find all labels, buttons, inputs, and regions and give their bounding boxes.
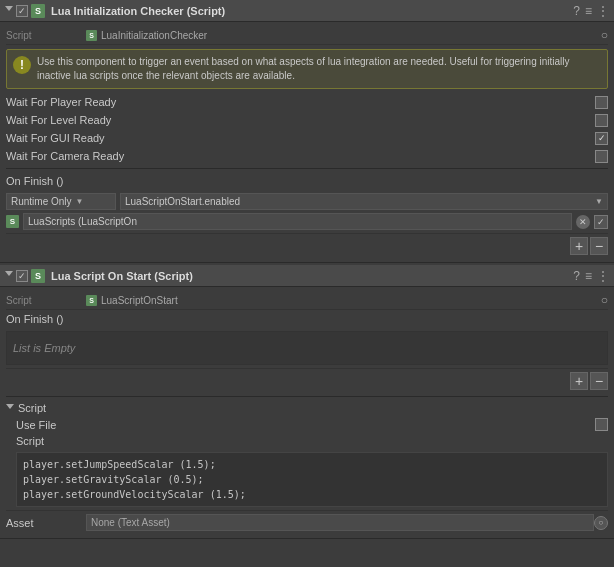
panel1-alert-icon: ! — [13, 56, 31, 74]
panel2-use-file-row: Use File — [6, 416, 608, 433]
panel2-list-container: List is Empty — [6, 331, 608, 365]
panel2-code-box[interactable]: player.setJumpSpeedScalar (1.5); player.… — [16, 452, 608, 507]
panel2-script-value: S LuaScriptOnStart — [86, 295, 178, 306]
panel1-event-value: LuaScriptOnStart.enabled — [125, 196, 240, 207]
panel2-asset-label: Asset — [6, 517, 86, 529]
panel1-title: Lua Initialization Checker (Script) — [51, 5, 573, 17]
panel1-header-icons: S — [5, 4, 45, 18]
panel1-collapse-icon[interactable] — [5, 6, 13, 15]
panel2-script-icon: S — [31, 269, 45, 283]
panel1-script-value: S LuaInitializationChecker — [86, 30, 207, 41]
panel1-enable-checkbox[interactable] — [16, 5, 28, 17]
panel2-script-name: LuaScriptOnStart — [101, 295, 178, 306]
panel1-object-name[interactable]: LuaScripts (LuaScriptOn — [23, 213, 572, 230]
panel2-script-inner-section: Script — [6, 433, 608, 449]
panel1-circle-btn[interactable]: ○ — [601, 28, 608, 42]
panel2-question-icon[interactable]: ? — [573, 269, 580, 283]
panel2-circle-btn[interactable]: ○ — [601, 293, 608, 307]
panel1-select-row: Runtime Only ▼ LuaScriptOnStart.enabled … — [6, 193, 608, 210]
panel1-script-label: Script — [6, 30, 86, 41]
panel1-checkbox-level: Wait For Level Ready — [6, 111, 608, 129]
panel1-add-btn[interactable]: + — [570, 237, 588, 255]
panel2-list-empty: List is Empty — [13, 338, 601, 358]
panel1-runtime-arrow: ▼ — [76, 197, 84, 206]
panel1-checkbox-player-tick[interactable] — [595, 96, 608, 109]
panel2-use-file-checkbox[interactable] — [595, 418, 608, 431]
panel1-checkbox-level-label: Wait For Level Ready — [6, 114, 595, 126]
panel1-script-name: LuaInitializationChecker — [101, 30, 207, 41]
panel1-checkbox-camera-label: Wait For Camera Ready — [6, 150, 595, 162]
panel1-alert-text: Use this component to trigger an event b… — [37, 55, 601, 83]
panel1-header-right: ? ≡ ⋮ — [573, 4, 609, 18]
panel1-checkbox-gui-label: Wait For GUI Ready — [6, 132, 595, 144]
panel2-title: Lua Script On Start (Script) — [51, 270, 573, 282]
panel1-checkbox-camera: Wait For Camera Ready — [6, 147, 608, 165]
panel2-code-text: player.setJumpSpeedScalar (1.5); player.… — [23, 457, 601, 502]
panel1-add-remove-row: + − — [6, 233, 608, 258]
panel2-add-btn[interactable]: + — [570, 372, 588, 390]
panel1-checkbox-level-tick[interactable] — [595, 114, 608, 127]
panel2-use-file-label: Use File — [16, 419, 595, 431]
panel1-checkbox-camera-tick[interactable] — [595, 150, 608, 163]
panel2-divider1 — [6, 396, 608, 397]
panel1-checkbox-gui-tick[interactable] — [595, 132, 608, 145]
panel1-script-row: Script S LuaInitializationChecker ○ — [6, 26, 608, 45]
panel1-object-icon: S — [6, 215, 19, 228]
panel1-object-remove-btn[interactable]: ✕ — [576, 215, 590, 229]
panel1-checkbox-player-label: Wait For Player Ready — [6, 96, 595, 108]
panel2-header-right: ? ≡ ⋮ — [573, 269, 609, 283]
panel2-asset-row: Asset None (Text Asset) ○ — [6, 510, 608, 534]
panel1-runtime-select[interactable]: Runtime Only ▼ — [6, 193, 116, 210]
panel1-remove-btn[interactable]: − — [590, 237, 608, 255]
panel1-object-row: S LuaScripts (LuaScriptOn ✕ ✓ — [6, 213, 608, 230]
panel2-header-icons: S — [5, 269, 45, 283]
panel1-checkbox-player: Wait For Player Ready — [6, 93, 608, 111]
panel1-script-value-icon: S — [86, 30, 97, 41]
panel2-content: Script S LuaScriptOnStart ○ On Finish ()… — [0, 287, 614, 538]
panel1-dots-icon[interactable]: ⋮ — [597, 4, 609, 18]
panel1-alert-box: ! Use this component to trigger an event… — [6, 49, 608, 89]
panel2-header: S Lua Script On Start (Script) ? ≡ ⋮ — [0, 265, 614, 287]
panel1-content: Script S LuaInitializationChecker ○ ! Us… — [0, 22, 614, 262]
panel2-on-finish-label: On Finish () — [6, 310, 608, 328]
panel2-script-section-collapse[interactable] — [6, 404, 14, 413]
panel2-script-label: Script — [6, 295, 86, 306]
lua-script-onstart-panel: S Lua Script On Start (Script) ? ≡ ⋮ Scr… — [0, 265, 614, 539]
lua-init-checker-panel: S Lua Initialization Checker (Script) ? … — [0, 0, 614, 263]
panel2-enable-checkbox[interactable] — [16, 270, 28, 282]
panel2-dots-icon[interactable]: ⋮ — [597, 269, 609, 283]
panel2-script-inner-label: Script — [16, 435, 44, 447]
panel1-lines-icon[interactable]: ≡ — [585, 4, 592, 18]
panel1-divider1 — [6, 168, 608, 169]
panel2-script-row: Script S LuaScriptOnStart ○ — [6, 291, 608, 310]
panel1-script-icon: S — [31, 4, 45, 18]
panel2-script-section-label: Script — [18, 402, 46, 414]
panel2-collapse-icon[interactable] — [5, 271, 13, 280]
panel1-checkbox-gui: Wait For GUI Ready — [6, 129, 608, 147]
panel2-asset-circle-btn[interactable]: ○ — [594, 516, 608, 530]
panel2-remove-btn[interactable]: − — [590, 372, 608, 390]
panel1-event-arrow: ▼ — [595, 197, 603, 206]
panel2-asset-value-text: None (Text Asset) — [91, 517, 170, 528]
panel2-script-value-icon: S — [86, 295, 97, 306]
panel2-asset-value-box: None (Text Asset) — [86, 514, 594, 531]
panel1-question-icon[interactable]: ? — [573, 4, 580, 18]
panel1-event-select[interactable]: LuaScriptOnStart.enabled ▼ — [120, 193, 608, 210]
panel2-script-section-header: Script — [6, 400, 608, 416]
panel1-object-check-btn[interactable]: ✓ — [594, 215, 608, 229]
panel2-lines-icon[interactable]: ≡ — [585, 269, 592, 283]
panel1-runtime-label: Runtime Only — [11, 196, 72, 207]
panel1-header: S Lua Initialization Checker (Script) ? … — [0, 0, 614, 22]
panel1-on-finish-label: On Finish () — [6, 172, 608, 190]
panel2-add-remove-row: + − — [6, 368, 608, 393]
